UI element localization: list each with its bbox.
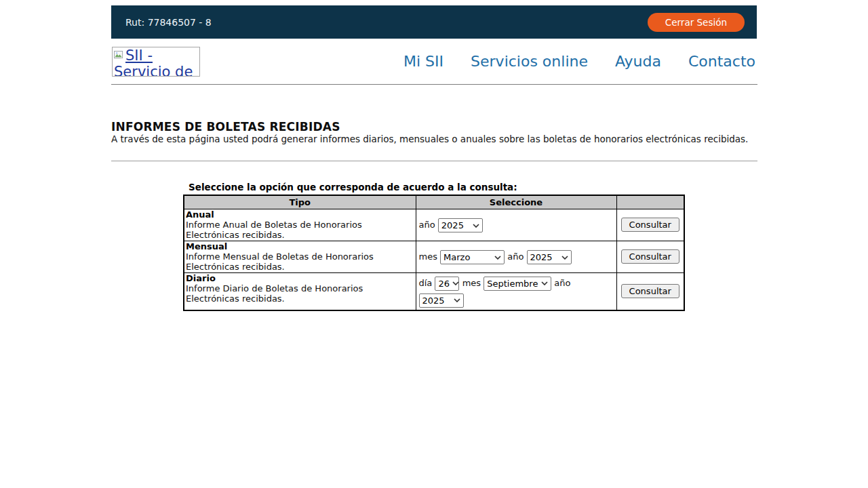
chevron-down-icon bbox=[473, 224, 479, 228]
chevron-down-icon bbox=[494, 256, 501, 260]
mensual-consultar-button[interactable]: Consultar bbox=[621, 249, 679, 264]
chevron-down-icon bbox=[454, 298, 460, 302]
chevron-down-icon bbox=[541, 281, 548, 285]
logo-alt-text: SII - Servicio de bbox=[114, 47, 193, 77]
column-header-tipo: Tipo bbox=[184, 195, 416, 209]
diario-year-select[interactable]: 2025 bbox=[419, 293, 464, 308]
column-header-accion bbox=[616, 195, 684, 209]
diario-month-select[interactable]: Septiembre bbox=[484, 277, 551, 291]
mensual-month-label: mes bbox=[419, 251, 437, 262]
rut-label: Rut: 77846507 - 8 bbox=[125, 17, 212, 28]
diario-month-value: Septiembre bbox=[487, 279, 538, 289]
intro-divider bbox=[111, 161, 757, 161]
anual-button-cell: Consultar bbox=[616, 209, 684, 241]
mensual-button-cell: Consultar bbox=[616, 241, 684, 272]
diario-description: Informe Diario de Boletas de Honorarios … bbox=[186, 283, 414, 304]
page: Rut: 77846507 - 8 Cerrar Sesión SII - Se… bbox=[0, 0, 868, 488]
anual-year-label: año bbox=[419, 220, 435, 230]
chevron-down-icon bbox=[452, 281, 459, 285]
diario-month-label: mes bbox=[462, 278, 481, 288]
anual-year-select[interactable]: 2025 bbox=[438, 218, 483, 232]
diario-consultar-button[interactable]: Consultar bbox=[621, 284, 679, 298]
anual-year-value: 2025 bbox=[441, 220, 464, 230]
anual-select-cell: año 2025 bbox=[416, 209, 616, 241]
mensual-month-select[interactable]: Marzo bbox=[440, 250, 505, 264]
nav-ayuda[interactable]: Ayuda bbox=[615, 53, 661, 70]
mensual-year-select[interactable]: 2025 bbox=[527, 250, 572, 264]
anual-title: Anual bbox=[186, 209, 414, 220]
nav-contacto[interactable]: Contacto bbox=[688, 53, 755, 70]
diario-tipo-cell: Diario Informe Diario de Boletas de Hono… bbox=[184, 272, 416, 310]
cerrar-sesion-button[interactable]: Cerrar Sesión bbox=[648, 13, 745, 32]
table-row-mensual: Mensual Informe Mensual de Boletas de Ho… bbox=[184, 241, 684, 272]
table-header-row: Tipo Seleccione bbox=[184, 195, 684, 209]
mensual-title: Mensual bbox=[186, 241, 414, 251]
sii-logo-link[interactable]: SII - Servicio de bbox=[112, 47, 200, 77]
diario-year-value: 2025 bbox=[422, 296, 445, 306]
mensual-year-value: 2025 bbox=[530, 252, 553, 262]
diario-day-value: 26 bbox=[438, 279, 450, 289]
page-description: A través de esta página usted podrá gene… bbox=[111, 134, 748, 144]
table-caption: Seleccione la opción que corresponda de … bbox=[189, 182, 517, 192]
anual-description: Informe Anual de Boletas de Honorarios E… bbox=[186, 220, 414, 240]
session-bar: Rut: 77846507 - 8 Cerrar Sesión bbox=[111, 5, 757, 39]
mensual-select-cell: mes Marzo año 2025 bbox=[416, 241, 616, 272]
chevron-down-icon bbox=[561, 256, 568, 260]
diario-day-select[interactable]: 26 bbox=[435, 277, 459, 291]
broken-image-icon bbox=[114, 47, 124, 64]
column-header-seleccione: Seleccione bbox=[416, 195, 616, 209]
anual-tipo-cell: Anual Informe Anual de Boletas de Honora… bbox=[184, 209, 416, 241]
page-title: INFORMES DE BOLETAS RECIBIDAS bbox=[111, 120, 340, 134]
nav-servicios-online[interactable]: Servicios online bbox=[471, 53, 588, 70]
diario-select-cell: día 26 mes Septiembre año 2025 bbox=[416, 272, 616, 310]
mensual-year-label: año bbox=[507, 251, 524, 262]
header-divider bbox=[111, 84, 757, 85]
nav-mi-sii[interactable]: Mi SII bbox=[403, 53, 443, 70]
anual-consultar-button[interactable]: Consultar bbox=[621, 218, 679, 232]
diario-title: Diario bbox=[186, 273, 414, 283]
consulta-table: Tipo Seleccione Anual Informe Anual de B… bbox=[183, 195, 685, 311]
mensual-description: Informe Mensual de Boletas de Honorarios… bbox=[186, 251, 414, 272]
mensual-month-value: Marzo bbox=[443, 252, 470, 262]
main-nav: Mi SII Servicios online Ayuda Contacto bbox=[403, 53, 755, 70]
diario-day-label: día bbox=[419, 278, 433, 288]
diario-button-cell: Consultar bbox=[616, 272, 684, 310]
mensual-tipo-cell: Mensual Informe Mensual de Boletas de Ho… bbox=[184, 241, 416, 272]
table-row-diario: Diario Informe Diario de Boletas de Hono… bbox=[184, 272, 684, 310]
table-row-anual: Anual Informe Anual de Boletas de Honora… bbox=[184, 209, 684, 241]
diario-year-label: año bbox=[554, 278, 570, 288]
